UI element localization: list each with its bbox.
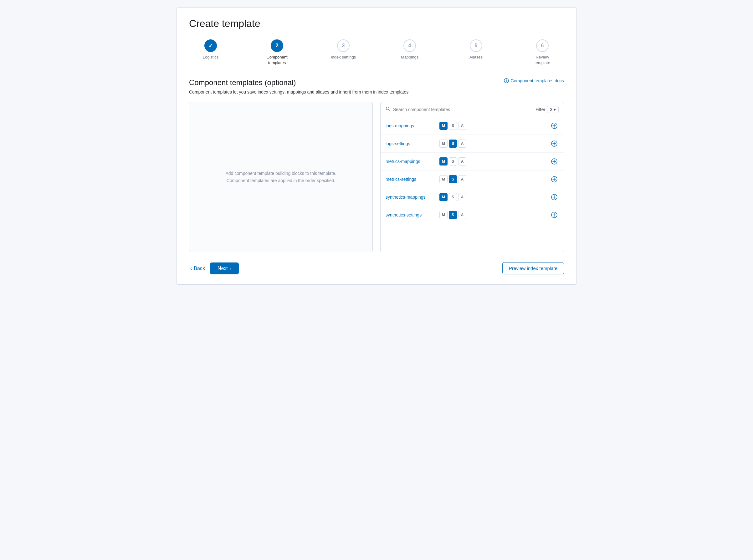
search-icon	[385, 106, 391, 113]
step-label-review-template: Review template	[528, 55, 556, 66]
connector-4-5	[426, 46, 459, 46]
next-button[interactable]: Next ›	[210, 262, 239, 274]
section-description: Component templates let you save index s…	[189, 89, 564, 95]
preview-index-template-button[interactable]: Preview index template	[502, 262, 564, 274]
chevron-down-icon: ▾	[554, 107, 556, 112]
left-panel: Add component template building blocks t…	[189, 102, 373, 252]
add-template-button[interactable]	[550, 157, 559, 166]
left-panel-empty: Add component template building blocks t…	[213, 157, 349, 197]
step-number-4: 4	[409, 43, 411, 48]
empty-line1: Add component template building blocks t…	[225, 171, 336, 176]
add-template-button[interactable]	[550, 139, 559, 148]
page-container: Create template ✓ Logistics 2 Component …	[176, 7, 577, 285]
checkmark-icon: ✓	[209, 42, 213, 49]
badge-m: M	[439, 175, 448, 183]
badge-s: S	[449, 140, 457, 148]
template-badges: MSA	[439, 193, 546, 201]
section-header: Component templates (optional) i Compone…	[189, 78, 564, 87]
template-name[interactable]: metrics-settings	[385, 177, 436, 182]
badge-m: M	[439, 193, 448, 201]
back-button[interactable]: ‹ Back	[189, 263, 206, 274]
badge-a: A	[458, 157, 466, 165]
docs-link[interactable]: i Component templates docs	[504, 78, 564, 83]
template-badges: MSA	[439, 140, 546, 148]
template-name[interactable]: metrics-mappings	[385, 159, 436, 164]
back-arrow-icon: ‹	[190, 266, 192, 271]
right-panel: Filter 3 ▾ logs-mappingsMSAlogs-settings…	[380, 102, 564, 252]
docs-link-label: Component templates docs	[511, 78, 564, 83]
badge-s: S	[449, 193, 457, 201]
add-template-button[interactable]	[550, 211, 559, 219]
template-badges: MSA	[439, 211, 546, 219]
step-circle-logistics: ✓	[204, 39, 217, 52]
add-template-button[interactable]	[550, 175, 559, 184]
book-icon: i	[504, 78, 509, 83]
search-bar: Filter 3 ▾	[381, 102, 564, 117]
connector-3-4	[360, 46, 393, 46]
svg-text:i: i	[506, 79, 507, 83]
filter-badge[interactable]: 3 ▾	[547, 106, 559, 113]
list-item: synthetics-settingsMSA	[381, 206, 564, 224]
step-label-logistics: Logistics	[203, 55, 219, 60]
connector-2-3	[294, 46, 327, 46]
badge-s: S	[449, 122, 457, 130]
step-review-template: 6 Review template	[526, 39, 559, 66]
add-template-button[interactable]	[550, 121, 559, 130]
template-badges: MSA	[439, 175, 546, 183]
step-circle-component-templates: 2	[271, 39, 283, 52]
svg-line-3	[389, 109, 390, 111]
empty-line2: Component templates are applied in the o…	[226, 178, 336, 183]
connector-1-2	[227, 46, 260, 46]
step-component-templates: 2 Component templates	[260, 39, 294, 66]
step-label-aliases: Aliases	[470, 55, 482, 60]
list-item: metrics-mappingsMSA	[381, 153, 564, 171]
step-number-6: 6	[541, 43, 544, 48]
connector-5-6	[493, 46, 526, 46]
template-badges: MSA	[439, 122, 546, 130]
template-name[interactable]: logs-settings	[385, 141, 436, 146]
badge-m: M	[439, 122, 448, 130]
filter-label: Filter	[535, 107, 545, 112]
badge-a: A	[458, 211, 466, 219]
step-number-5: 5	[475, 43, 478, 48]
stepper: ✓ Logistics 2 Component templates 3 Inde…	[189, 39, 564, 66]
list-item: synthetics-mappingsMSA	[381, 188, 564, 206]
step-circle-aliases: 5	[470, 39, 482, 52]
step-label-index-settings: Index settings	[331, 55, 356, 60]
footer: ‹ Back Next › Preview index template	[189, 262, 564, 274]
section-title: Component templates (optional)	[189, 78, 296, 87]
template-list: logs-mappingsMSAlogs-settingsMSAmetrics-…	[381, 117, 564, 224]
back-label: Back	[194, 266, 205, 271]
filter-area: Filter 3 ▾	[535, 106, 559, 113]
step-circle-review-template: 6	[536, 39, 549, 52]
list-item: logs-mappingsMSA	[381, 117, 564, 135]
badge-s: S	[449, 175, 457, 183]
content-area: Add component template building blocks t…	[189, 102, 564, 252]
badge-a: A	[458, 175, 466, 183]
search-input[interactable]	[393, 107, 533, 112]
add-template-button[interactable]	[550, 193, 559, 201]
badge-s: S	[449, 157, 457, 165]
filter-count: 3	[550, 107, 552, 112]
step-circle-index-settings: 3	[337, 39, 350, 52]
step-mappings: 4 Mappings	[393, 39, 426, 60]
badge-m: M	[439, 140, 448, 148]
list-item: logs-settingsMSA	[381, 135, 564, 153]
list-item: metrics-settingsMSA	[381, 171, 564, 188]
template-name[interactable]: logs-mappings	[385, 123, 436, 128]
page-title: Create template	[189, 18, 564, 29]
badge-a: A	[458, 140, 466, 148]
template-name[interactable]: synthetics-mappings	[385, 195, 436, 200]
preview-label: Preview index template	[509, 266, 557, 271]
badge-m: M	[439, 157, 448, 165]
footer-left: ‹ Back Next ›	[189, 262, 239, 274]
next-label: Next	[218, 266, 228, 271]
step-label-mappings: Mappings	[401, 55, 418, 60]
badge-m: M	[439, 211, 448, 219]
template-name[interactable]: synthetics-settings	[385, 213, 436, 217]
step-number-3: 3	[342, 43, 345, 48]
badge-a: A	[458, 193, 466, 201]
step-label-component-templates: Component templates	[263, 55, 291, 66]
badge-s: S	[449, 211, 457, 219]
template-badges: MSA	[439, 157, 546, 165]
